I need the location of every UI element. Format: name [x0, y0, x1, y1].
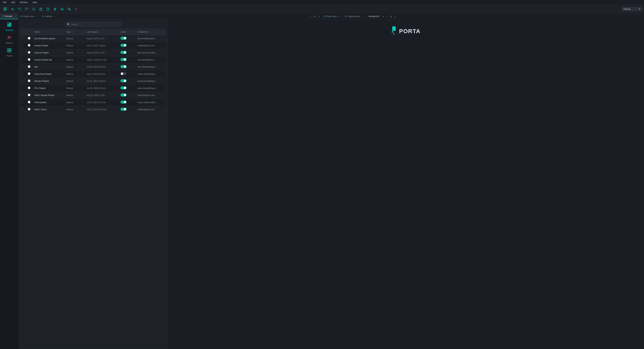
tab-settings-close[interactable]: ✕ [53, 15, 56, 18]
menu-edit[interactable]: Edit [10, 0, 16, 4]
left-close-section[interactable]: ✕ [317, 15, 320, 18]
table-row: ⠿Ely Workstation playlistManualAug 19, 2… [20, 35, 166, 42]
tab-page-editor-close[interactable]: ✕ [338, 15, 341, 18]
svg-rect-30 [8, 25, 11, 25]
createdby-filter-icon[interactable]: ☰ [149, 31, 151, 33]
tab-manager-close[interactable]: ✕ [14, 15, 16, 17]
tab-playlist-view-close[interactable]: ✕ [35, 15, 38, 18]
drag-handle[interactable]: ⠿ [22, 101, 24, 104]
user-chevron[interactable]: ▾ [381, 15, 385, 18]
copy-button[interactable] [38, 6, 44, 12]
active-toggle[interactable] [120, 44, 126, 47]
right-close-section[interactable]: ✕ [394, 15, 397, 18]
redo-button[interactable] [23, 6, 30, 12]
drag-handle[interactable]: ⠿ [22, 44, 24, 47]
active-filter-icon[interactable]: ☰ [128, 31, 129, 33]
left-panel: Templates Playlists [0, 19, 168, 349]
add-panel-button[interactable] [2, 6, 8, 12]
drag-handle[interactable]: ⠿ [22, 94, 24, 96]
drag-handle[interactable]: ⠿ [22, 58, 24, 61]
row-checkbox[interactable] [28, 44, 30, 46]
export-button[interactable] [59, 6, 65, 12]
row-checkbox[interactable] [28, 94, 30, 96]
menu-help[interactable]: Help [32, 0, 38, 4]
row-checkbox[interactable] [28, 72, 30, 75]
svg-rect-20 [61, 8, 62, 10]
paste-button[interactable] [45, 6, 51, 12]
drag-handle[interactable]: ⠿ [22, 65, 24, 68]
col-type[interactable]: Type ☰ [64, 29, 84, 35]
col-created-by[interactable]: Created By ☰ [135, 29, 166, 35]
drag-handle[interactable]: ⠿ [22, 108, 24, 111]
sidebar-item-templates[interactable]: Templates [2, 21, 17, 33]
drag-handle[interactable]: ⠿ [22, 80, 24, 82]
row-type: Manual [66, 66, 73, 68]
active-toggle[interactable] [120, 101, 126, 104]
row-checkbox[interactable] [28, 87, 30, 89]
col-last-update[interactable]: Last Update ☰ [84, 29, 118, 35]
row-checkbox[interactable] [28, 58, 30, 61]
left-expand-tab[interactable]: ⊞ [313, 15, 316, 18]
tab-manager[interactable]: ⊞ Manager ✕ [0, 13, 18, 19]
row-type: Manual [66, 37, 73, 40]
active-toggle[interactable] [120, 108, 126, 111]
row-name: Ely Workstation playlist [34, 37, 55, 40]
search-input[interactable] [71, 23, 119, 26]
active-toggle[interactable] [120, 37, 126, 40]
drag-handle[interactable]: ⠿ [22, 37, 24, 40]
active-toggle[interactable] [120, 72, 126, 75]
sidebar-item-playlists[interactable]: Playlists [2, 33, 17, 46]
delete-button[interactable] [52, 6, 58, 12]
svg-rect-1 [6, 7, 7, 9]
left-add-tab[interactable]: + [309, 15, 312, 18]
import-button[interactable] [66, 6, 72, 12]
row-name: Seth's Sample Playlist [34, 94, 54, 96]
default-dropdown[interactable]: Default ▾ [622, 7, 642, 11]
table-row: ⠿PK's PlaylistManualJul 26, 2022 9:15 pm… [20, 85, 166, 92]
tab-page-editor[interactable]: ⊞ Page editor ✕ [322, 13, 343, 19]
search-container: 🔍 [18, 19, 167, 29]
row-checkbox[interactable] [28, 80, 30, 82]
row-type: Manual [66, 94, 73, 96]
row-last-update: Aug 25, 2022 11:30 ... [86, 94, 106, 96]
undo-button[interactable] [16, 6, 23, 12]
edit-button[interactable] [73, 6, 80, 12]
col-name[interactable]: Name ☰ [32, 29, 64, 35]
row-type: Manual [66, 101, 73, 104]
col-check [26, 29, 32, 35]
active-toggle[interactable] [120, 65, 126, 68]
row-checkbox[interactable] [28, 101, 30, 103]
table-header-row: Name ☰ Type ☰ Last Update ☰ [20, 29, 166, 35]
row-created-by: gaurrav.sharma@di... [137, 51, 157, 54]
active-toggle[interactable] [120, 51, 126, 54]
active-toggle[interactable] [120, 58, 126, 61]
row-checkbox[interactable] [28, 108, 30, 110]
type-filter-icon[interactable]: ☰ [72, 31, 74, 33]
row-checkbox[interactable] [28, 51, 30, 53]
sidebar-item-projects[interactable]: Projects [2, 46, 17, 58]
lastupdate-filter-icon[interactable]: ☰ [99, 31, 101, 33]
menu-file[interactable]: File [2, 0, 8, 4]
drag-handle[interactable]: ⠿ [22, 73, 24, 75]
tab-page-preview[interactable]: ⊞ Page preview ✕ [343, 13, 366, 19]
right-expand-tab[interactable]: ⊞ [390, 15, 393, 18]
row-checkbox[interactable] [28, 65, 30, 68]
tab-page-preview-close[interactable]: ✕ [361, 15, 364, 18]
new-dotted-button[interactable] [30, 6, 37, 12]
row-checkbox[interactable] [28, 37, 30, 39]
active-toggle[interactable] [120, 79, 126, 82]
col-active[interactable]: Active ☰ [118, 29, 135, 35]
right-add-tab[interactable]: + [385, 15, 389, 18]
active-toggle[interactable] [120, 93, 126, 96]
tab-settings[interactable]: ⊞ Settings ✕ [40, 13, 58, 19]
drag-handle[interactable]: ⠿ [22, 87, 24, 89]
drag-handle[interactable]: ⠿ [22, 51, 24, 54]
row-created-by: vickie.claiborne@di... [137, 101, 157, 104]
name-filter-icon[interactable]: ☰ [41, 31, 43, 33]
active-toggle[interactable] [120, 86, 126, 89]
add-list-button[interactable] [9, 6, 16, 12]
menu-window[interactable]: Window [19, 0, 28, 4]
table-row: ⠿Vickie playlistManualJul 22, 2022 9:27 … [20, 99, 166, 106]
right-tab-section: ⊞ Page editor ✕ ⊞ Page preview ✕ WendyA3… [322, 13, 644, 19]
tab-playlist-view[interactable]: ⊞ Playlist view ✕ [18, 13, 40, 19]
